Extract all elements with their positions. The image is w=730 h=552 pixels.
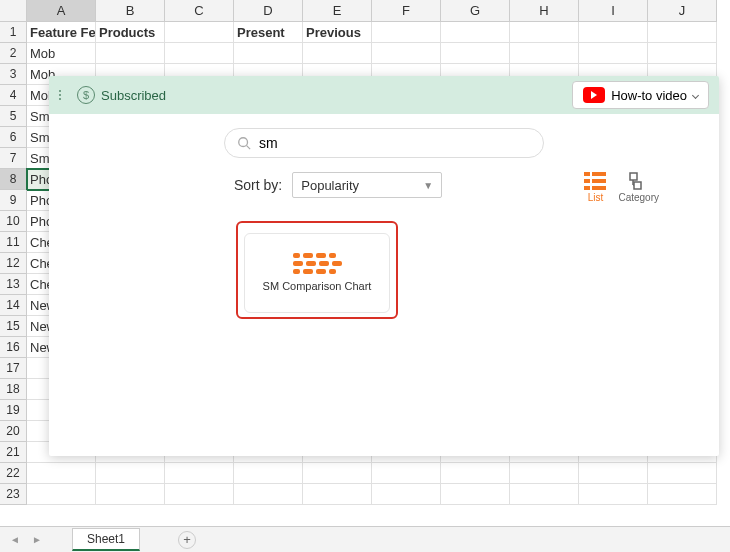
cell[interactable]: Products: [96, 22, 165, 43]
col-header[interactable]: B: [96, 0, 165, 22]
cell[interactable]: [372, 463, 441, 484]
row-header[interactable]: 5: [0, 106, 27, 127]
cell[interactable]: [441, 463, 510, 484]
howto-video-button[interactable]: How-to video: [572, 81, 709, 109]
cell[interactable]: [234, 43, 303, 64]
row-header[interactable]: 12: [0, 253, 27, 274]
cell[interactable]: [510, 43, 579, 64]
cell[interactable]: Previous: [303, 22, 372, 43]
chevron-down-icon: ▼: [423, 180, 433, 191]
row-header[interactable]: 7: [0, 148, 27, 169]
row-header[interactable]: 3: [0, 64, 27, 85]
row-header[interactable]: 8: [0, 169, 27, 190]
svg-point-0: [239, 138, 248, 147]
cell[interactable]: [234, 484, 303, 505]
row-header[interactable]: 1: [0, 22, 27, 43]
cell[interactable]: [234, 463, 303, 484]
row-header[interactable]: 15: [0, 316, 27, 337]
drag-handle-icon[interactable]: [59, 90, 69, 100]
cell[interactable]: [579, 484, 648, 505]
cell[interactable]: [579, 463, 648, 484]
svg-rect-8: [630, 173, 637, 180]
col-header[interactable]: H: [510, 0, 579, 22]
add-sheet-button[interactable]: +: [178, 531, 196, 549]
cell[interactable]: [27, 463, 96, 484]
row-header[interactable]: 14: [0, 295, 27, 316]
col-header[interactable]: A: [27, 0, 96, 22]
cell[interactable]: [165, 463, 234, 484]
sort-by-label: Sort by:: [234, 177, 282, 193]
panel-header: $ Subscribed How-to video: [49, 76, 719, 114]
row-header[interactable]: 20: [0, 421, 27, 442]
cell[interactable]: [165, 43, 234, 64]
col-header[interactable]: I: [579, 0, 648, 22]
cell[interactable]: [510, 463, 579, 484]
howto-label: How-to video: [611, 88, 687, 103]
cell[interactable]: [441, 43, 510, 64]
row-header[interactable]: 16: [0, 337, 27, 358]
row-header[interactable]: 21: [0, 442, 27, 463]
col-header[interactable]: C: [165, 0, 234, 22]
svg-rect-7: [592, 186, 606, 190]
cell[interactable]: Present: [234, 22, 303, 43]
cell[interactable]: [165, 484, 234, 505]
cell[interactable]: [165, 22, 234, 43]
row-header[interactable]: 6: [0, 127, 27, 148]
view-category-label: Category: [618, 192, 659, 203]
col-header[interactable]: G: [441, 0, 510, 22]
next-sheet-arrow[interactable]: ►: [30, 534, 44, 545]
cell[interactable]: [27, 484, 96, 505]
results-area: SM Comparison Chart: [49, 209, 719, 331]
select-all-corner[interactable]: [0, 0, 27, 22]
cell[interactable]: [441, 22, 510, 43]
sort-select[interactable]: Popularity ▼: [292, 172, 442, 198]
row-header[interactable]: 4: [0, 85, 27, 106]
cell[interactable]: [372, 43, 441, 64]
cell[interactable]: [96, 43, 165, 64]
cell[interactable]: [303, 43, 372, 64]
view-list-button[interactable]: List: [584, 172, 606, 203]
row-header[interactable]: 18: [0, 379, 27, 400]
cell[interactable]: [303, 484, 372, 505]
cell[interactable]: [648, 22, 717, 43]
cell[interactable]: [303, 463, 372, 484]
cell[interactable]: [648, 484, 717, 505]
row-header[interactable]: 2: [0, 43, 27, 64]
chart-result-card[interactable]: SM Comparison Chart: [236, 221, 398, 319]
cell[interactable]: [648, 43, 717, 64]
search-icon: [237, 136, 251, 150]
cell[interactable]: [579, 22, 648, 43]
cell[interactable]: [648, 463, 717, 484]
cell[interactable]: [372, 484, 441, 505]
cell[interactable]: Feature Feedback: [27, 22, 96, 43]
search-input[interactable]: [259, 135, 531, 151]
cell[interactable]: [372, 22, 441, 43]
svg-rect-5: [592, 179, 606, 183]
row-header[interactable]: 23: [0, 484, 27, 505]
cell[interactable]: [96, 463, 165, 484]
view-category-button[interactable]: Category: [618, 172, 659, 203]
row-header[interactable]: 10: [0, 211, 27, 232]
cell[interactable]: Mob: [27, 43, 96, 64]
cell[interactable]: [579, 43, 648, 64]
search-box[interactable]: [224, 128, 544, 158]
col-header[interactable]: J: [648, 0, 717, 22]
col-header[interactable]: E: [303, 0, 372, 22]
sheet-tab[interactable]: Sheet1: [72, 528, 140, 551]
sheet-tab-bar: ◄ ► Sheet1 +: [0, 526, 730, 552]
chevron-down-icon: [692, 91, 699, 98]
col-header[interactable]: F: [372, 0, 441, 22]
cell[interactable]: [510, 484, 579, 505]
row-header[interactable]: 17: [0, 358, 27, 379]
cell[interactable]: [510, 22, 579, 43]
cell[interactable]: [441, 484, 510, 505]
prev-sheet-arrow[interactable]: ◄: [8, 534, 22, 545]
cell[interactable]: [96, 484, 165, 505]
row-header[interactable]: 22: [0, 463, 27, 484]
row-header[interactable]: 9: [0, 190, 27, 211]
col-header[interactable]: D: [234, 0, 303, 22]
row-header[interactable]: 13: [0, 274, 27, 295]
youtube-icon: [583, 87, 605, 103]
row-header[interactable]: 11: [0, 232, 27, 253]
row-header[interactable]: 19: [0, 400, 27, 421]
